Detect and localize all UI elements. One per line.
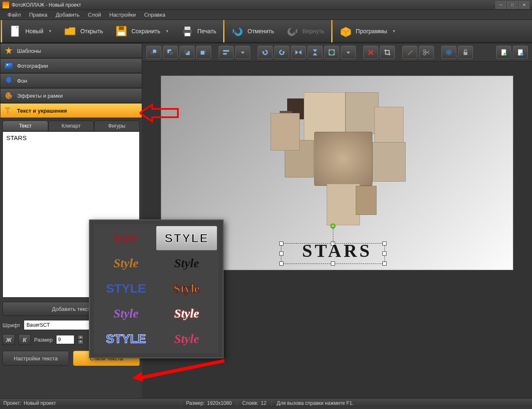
sidebar-item-text-deco[interactable]: T Текст и украшения — [0, 103, 142, 118]
style-item[interactable]: Style — [156, 251, 217, 275]
menu-settings[interactable]: Настройки — [105, 10, 140, 19]
maximize-button[interactable]: □ — [507, 1, 518, 9]
send-back-button[interactable] — [196, 46, 211, 59]
close-button[interactable]: ✕ — [519, 1, 530, 9]
sidebar-item-photos[interactable]: Фотографии — [0, 58, 142, 73]
svg-point-11 — [6, 77, 11, 83]
canvas-toolbar — [142, 43, 532, 62]
font-label: Шрифт — [2, 322, 20, 328]
undo-button[interactable]: Отменить — [225, 20, 280, 42]
menu-help[interactable]: Справка — [140, 10, 170, 19]
text-settings-button[interactable]: Настройки текста — [2, 351, 69, 366]
fit-dropdown[interactable] — [341, 46, 356, 59]
style-item[interactable]: STYLE — [96, 327, 156, 351]
delete-button[interactable] — [363, 46, 378, 59]
align-button[interactable] — [219, 46, 234, 59]
photo[interactable] — [314, 132, 372, 186]
svg-rect-3 — [118, 32, 125, 35]
flip-h-button[interactable] — [291, 46, 306, 59]
print-button[interactable]: Печать — [175, 20, 222, 42]
bring-front-button[interactable] — [146, 46, 161, 59]
style-item[interactable]: Style — [96, 226, 156, 250]
svg-marker-29 — [313, 49, 318, 52]
sidebar-item-background[interactable]: Фон — [0, 73, 142, 88]
save-button[interactable]: Сохранить ▼ — [109, 20, 175, 42]
photo[interactable] — [372, 142, 406, 182]
style-item[interactable]: STYLE — [96, 276, 156, 301]
svg-rect-25 — [223, 53, 227, 54]
settings-button[interactable] — [441, 46, 456, 59]
photo[interactable] — [374, 107, 404, 144]
style-item[interactable]: Style — [96, 251, 156, 275]
star-icon — [5, 47, 13, 55]
stars-text-layer[interactable]: STARS — [302, 240, 372, 261]
svg-point-35 — [448, 51, 450, 53]
style-item[interactable]: Style — [96, 301, 156, 325]
add-page-button[interactable] — [496, 46, 511, 59]
menu-layer[interactable]: Слой — [84, 10, 105, 19]
menu-file[interactable]: Файл — [3, 10, 25, 19]
photo[interactable] — [345, 92, 379, 134]
sidebar-item-templates[interactable]: Шаблоны — [0, 43, 142, 58]
style-item[interactable]: Style — [156, 276, 217, 301]
brush-button[interactable] — [402, 46, 417, 59]
style-item[interactable]: Style — [156, 327, 217, 351]
style-item[interactable]: Style — [156, 301, 217, 325]
status-size-label: Размер: — [186, 400, 205, 406]
scissors-button[interactable] — [419, 46, 434, 59]
svg-rect-4 — [119, 27, 124, 30]
fit-button[interactable] — [324, 46, 339, 59]
annotation-arrow-2 — [132, 357, 227, 382]
svg-point-41 — [521, 54, 522, 55]
style-item[interactable]: STYLE — [156, 226, 217, 250]
size-down-button[interactable]: ▼ — [78, 340, 84, 344]
programs-button[interactable]: Программы ▼ — [333, 20, 402, 42]
svg-point-12 — [7, 94, 8, 96]
align-dropdown[interactable] — [235, 46, 250, 59]
rotate-left-button[interactable] — [258, 46, 273, 59]
redo-button[interactable]: Вернуть — [280, 20, 330, 42]
minimize-button[interactable]: ─ — [495, 1, 506, 9]
flip-v-button[interactable] — [308, 46, 323, 59]
size-up-button[interactable]: ▲ — [78, 335, 84, 340]
send-backward-button[interactable] — [180, 46, 195, 59]
bring-forward-button[interactable] — [163, 46, 178, 59]
open-button[interactable]: Открыть — [58, 20, 109, 42]
status-bar: Проект: Новый проект Размер: 1920x1080 С… — [0, 398, 532, 407]
italic-button[interactable]: К — [18, 334, 31, 345]
photo[interactable] — [271, 113, 300, 150]
dropdown-icon: ▼ — [165, 29, 169, 33]
style-grid[interactable]: StyleSTYLEStyleStyleSTYLEStyleStyleStyle… — [94, 224, 219, 353]
size-field[interactable] — [56, 335, 74, 344]
rotate-right-button[interactable] — [274, 46, 289, 59]
menu-add[interactable]: Добавить — [52, 10, 84, 19]
lock-button[interactable] — [458, 46, 473, 59]
app-icon — [2, 2, 9, 8]
new-button[interactable]: Новый ▼ — [3, 20, 58, 42]
tab-text[interactable]: Текст — [2, 121, 48, 131]
svg-point-14 — [10, 97, 11, 98]
status-project-label: Проект: — [3, 400, 21, 406]
dropdown-icon: ▼ — [392, 29, 396, 33]
svg-rect-17 — [153, 49, 156, 53]
save-icon — [115, 25, 128, 38]
svg-rect-7 — [185, 33, 190, 36]
dropdown-icon: ▼ — [48, 29, 52, 33]
svg-rect-23 — [201, 51, 204, 54]
photo[interactable] — [356, 186, 377, 215]
balloon-icon — [5, 76, 13, 85]
tab-clipart[interactable]: Клипарт — [48, 121, 94, 131]
sidebar-item-effects[interactable]: Эффекты и рамки — [0, 88, 142, 103]
svg-rect-19 — [169, 51, 173, 55]
tab-shapes[interactable]: Фигуры — [94, 121, 140, 131]
page-settings-button[interactable] — [513, 46, 528, 59]
bold-button[interactable]: Ж — [2, 334, 15, 345]
window-title: ФотоКОЛЛАЖ - Новый проект — [12, 2, 81, 8]
svg-text:T: T — [5, 106, 10, 115]
svg-rect-21 — [184, 49, 188, 53]
svg-marker-26 — [241, 52, 245, 54]
crop-button[interactable] — [380, 46, 395, 59]
menu-edit[interactable]: Правка — [25, 10, 52, 19]
photo[interactable] — [327, 184, 360, 225]
menu-bar: Файл Правка Добавить Слой Настройки Спра… — [0, 10, 532, 20]
